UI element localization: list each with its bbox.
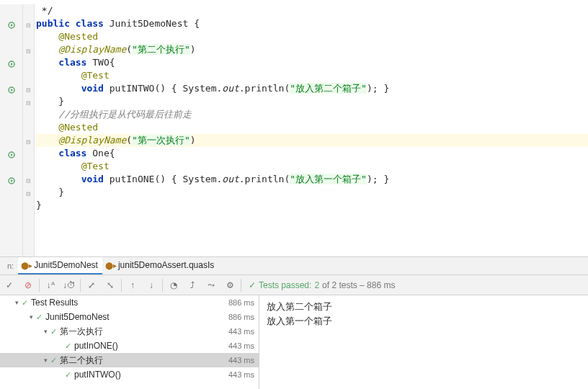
tab-label: Junit5DemoNest bbox=[34, 260, 98, 270]
code-line[interactable]: //分组执行是从代码最后往前走 bbox=[36, 108, 588, 121]
test-tree-node[interactable]: ✓putInONE()443 ms bbox=[0, 339, 259, 353]
fold-toggle[interactable] bbox=[23, 161, 34, 174]
next-failed-button[interactable]: ↓ bbox=[142, 276, 161, 295]
fold-toggle[interactable]: ⊟ bbox=[23, 187, 34, 200]
export-tests-button[interactable]: ⤳ bbox=[202, 276, 220, 295]
code-line[interactable]: void putInONE() { System.out.println("放入… bbox=[36, 173, 588, 186]
fold-toggle[interactable] bbox=[23, 32, 34, 45]
run-gutter-icon[interactable] bbox=[0, 19, 22, 32]
test-pass-icon: ✓ bbox=[50, 327, 57, 336]
code-line[interactable]: } bbox=[36, 95, 588, 108]
code-line[interactable]: } bbox=[36, 199, 588, 212]
run-config-icon: ⬤▸ bbox=[107, 261, 115, 269]
test-tree-node[interactable]: ▾✓第一次执行443 ms bbox=[0, 324, 259, 339]
fold-toggle[interactable]: ⊟ bbox=[23, 174, 34, 187]
suite-button[interactable]: ◔ bbox=[164, 276, 183, 295]
run-gutter-icon[interactable] bbox=[0, 58, 22, 71]
code-area[interactable]: */public class Junit5DemoNest { @Nested … bbox=[35, 4, 588, 256]
chevron-down-icon[interactable]: ▾ bbox=[40, 357, 50, 364]
chevron-down-icon[interactable]: ▾ bbox=[40, 328, 50, 335]
chevron-down-icon[interactable]: ▾ bbox=[12, 299, 22, 306]
sort-alpha-button[interactable]: ↓ᴬ bbox=[41, 276, 60, 295]
fold-toggle[interactable]: ⊟ bbox=[23, 19, 34, 32]
code-line[interactable]: @Test bbox=[36, 160, 588, 173]
test-duration: 443 ms bbox=[228, 327, 254, 336]
fold-toggle[interactable] bbox=[23, 58, 34, 71]
test-pass-icon: ✓ bbox=[65, 341, 71, 351]
test-duration: 886 ms bbox=[228, 313, 254, 321]
test-pass-icon: ✓ bbox=[65, 370, 71, 380]
import-tests-button[interactable]: ⤴ bbox=[183, 276, 202, 295]
test-duration: 443 ms bbox=[228, 341, 254, 350]
run-gutter-icon[interactable] bbox=[0, 174, 22, 187]
code-line[interactable]: */ bbox=[36, 4, 588, 17]
test-toolbar: ✓ ⊘ ↓ᴬ ↓⏱ ⤢ ⤡ ↑ ↓ ◔ ⤴ ⤳ ⚙ ✓ Tests passed… bbox=[0, 275, 588, 295]
code-editor[interactable]: ⊟⊟⊟⊟⊟⊟⊟ */public class Junit5DemoNest { … bbox=[0, 0, 588, 256]
test-tree-node[interactable]: ▾✓Junit5DemoNest886 ms bbox=[0, 310, 259, 324]
test-node-label: Junit5DemoNest bbox=[45, 312, 110, 322]
chevron-down-icon[interactable]: ▾ bbox=[26, 313, 36, 321]
console-line: 放入第一个箱子 bbox=[267, 314, 581, 328]
test-node-label: Test Results bbox=[31, 298, 78, 308]
results-panel: ▾✓Test Results886 ms▾✓Junit5DemoNest886 … bbox=[0, 295, 588, 389]
collapse-all-button[interactable]: ⤡ bbox=[101, 276, 120, 295]
prev-failed-button[interactable]: ↑ bbox=[123, 276, 142, 295]
fold-toggle[interactable] bbox=[23, 71, 34, 84]
test-tree[interactable]: ▾✓Test Results886 ms▾✓Junit5DemoNest886 … bbox=[0, 295, 259, 389]
expand-all-button[interactable]: ⤢ bbox=[82, 276, 101, 295]
fold-toggle[interactable] bbox=[23, 109, 34, 122]
code-line[interactable]: @Nested bbox=[36, 30, 588, 43]
fold-toggle[interactable] bbox=[23, 148, 34, 161]
tab-junit5DemoAssert.quasIs[interactable]: ⬤▸junit5DemoAssert.quasIs bbox=[102, 257, 218, 274]
test-settings-button[interactable]: ⚙ bbox=[220, 276, 239, 295]
test-node-label: putINTWO() bbox=[74, 370, 121, 380]
test-status-text: ✓ Tests passed: 2 of 2 tests – 886 ms bbox=[243, 280, 395, 290]
run-tool-tabs: n: ⬤▸Junit5DemoNest⬤▸junit5DemoAssert.qu… bbox=[0, 256, 588, 275]
fold-toggle[interactable] bbox=[23, 6, 34, 19]
code-line[interactable]: void putINTWO() { System.out.println("放入… bbox=[36, 82, 588, 95]
fold-toggle[interactable]: ⊟ bbox=[23, 97, 34, 109]
test-pass-icon: ✓ bbox=[50, 356, 57, 365]
fold-gutter: ⊟⊟⊟⊟⊟⊟⊟ bbox=[23, 4, 35, 256]
test-pass-icon: ✓ bbox=[36, 313, 43, 322]
code-line[interactable]: } bbox=[36, 186, 588, 199]
code-line[interactable]: @Nested bbox=[36, 121, 588, 134]
test-tree-node[interactable]: ✓putINTWO()443 ms bbox=[0, 367, 259, 382]
console-line: 放入第二个箱子 bbox=[267, 300, 581, 314]
test-duration: 443 ms bbox=[228, 356, 254, 365]
run-gutter bbox=[0, 4, 23, 256]
fold-toggle[interactable] bbox=[23, 200, 34, 213]
tab-Junit5DemoNest[interactable]: ⬤▸Junit5DemoNest bbox=[18, 257, 102, 274]
test-node-label: 第一次执行 bbox=[60, 326, 103, 338]
run-label-prefix: n: bbox=[3, 261, 18, 270]
fold-toggle[interactable]: ⊟ bbox=[23, 84, 34, 97]
show-passed-button[interactable]: ✓ bbox=[0, 276, 19, 295]
fold-toggle[interactable] bbox=[23, 122, 34, 135]
code-line[interactable]: @DisplayName("第二个执行") bbox=[36, 43, 588, 56]
test-duration: 886 ms bbox=[228, 298, 254, 307]
test-node-label: putInONE() bbox=[74, 341, 118, 351]
test-node-label: 第二个执行 bbox=[60, 354, 103, 367]
run-gutter-icon[interactable] bbox=[0, 84, 22, 97]
code-line[interactable]: class TWO{ bbox=[36, 56, 588, 69]
test-tree-node[interactable]: ▾✓Test Results886 ms bbox=[0, 295, 259, 310]
fold-toggle[interactable]: ⊟ bbox=[23, 45, 34, 58]
tab-label: junit5DemoAssert.quasIs bbox=[118, 260, 214, 270]
test-tree-node[interactable]: ▾✓第二个执行443 ms bbox=[0, 353, 259, 367]
code-line[interactable]: public class Junit5DemoNest { bbox=[36, 17, 588, 30]
code-line[interactable]: @Test bbox=[36, 69, 588, 82]
test-pass-icon: ✓ bbox=[22, 298, 28, 308]
run-gutter-icon[interactable] bbox=[0, 148, 22, 161]
console-output[interactable]: 放入第二个箱子放入第一个箱子 bbox=[259, 295, 588, 389]
show-ignored-button[interactable]: ⊘ bbox=[19, 276, 37, 295]
sort-duration-button[interactable]: ↓⏱ bbox=[60, 276, 79, 295]
run-config-icon: ⬤▸ bbox=[22, 261, 31, 269]
code-line[interactable]: class One{ bbox=[36, 147, 588, 160]
fold-toggle[interactable]: ⊟ bbox=[23, 135, 34, 148]
test-duration: 443 ms bbox=[228, 370, 254, 379]
code-line[interactable]: @DisplayName("第一次执行") bbox=[36, 134, 588, 147]
